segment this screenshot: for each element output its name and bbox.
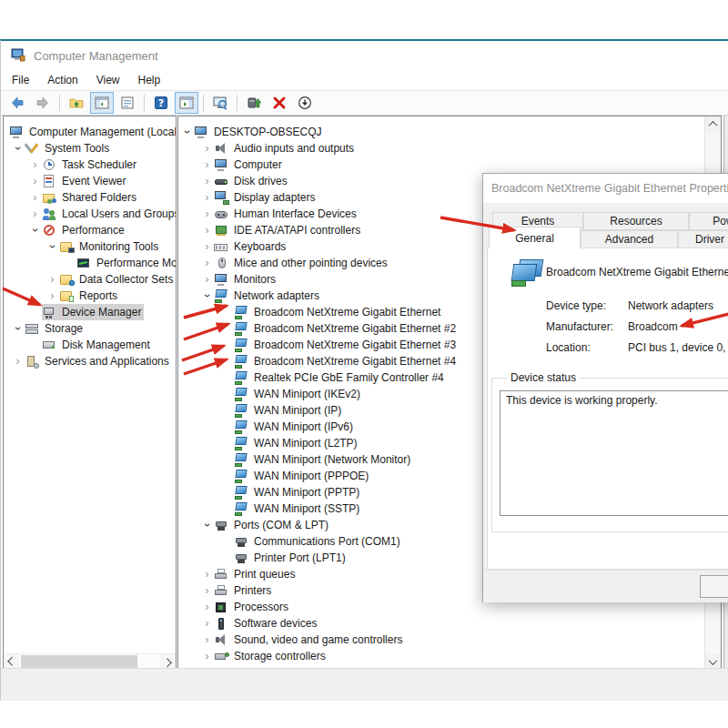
tree-item-content[interactable]: Software devices [214, 615, 319, 632]
chevron-right-icon[interactable]: › [200, 616, 214, 631]
tree-item-content[interactable]: Device Manager [42, 304, 144, 320]
scan-hardware-button[interactable] [208, 92, 232, 114]
tree-item-content[interactable]: Print queues [214, 566, 298, 582]
tree-item-content[interactable]: Communications Port (COM1) [234, 533, 403, 550]
tree-item-content[interactable]: Human Interface Devices [214, 206, 359, 222]
chevron-down-icon[interactable]: › [11, 142, 25, 156]
uninstall-device-button[interactable] [268, 92, 291, 114]
tree-item-label[interactable]: Storage [44, 322, 83, 335]
tree-item-content[interactable]: Ports (COM & LPT) [214, 517, 331, 533]
chevron-right-icon[interactable]: › [46, 288, 59, 303]
tree-item-label[interactable]: Realtek PCIe GbE Family Controller #4 [253, 371, 444, 384]
tab-power-management[interactable]: Power Management [689, 212, 728, 230]
tree-item-label[interactable]: Performance [61, 224, 125, 237]
tree-item[interactable]: ›Computer [178, 157, 721, 173]
tree-item[interactable]: ›Storage controllers [178, 648, 721, 664]
chevron-right-icon[interactable]: › [200, 272, 214, 287]
tree-item-content[interactable]: Services and Applications [25, 353, 172, 369]
chevron-down-icon[interactable]: › [28, 224, 43, 238]
tree-item-label[interactable]: Local Users and Groups [61, 207, 177, 220]
tree-item-content[interactable]: Event Viewer [42, 173, 128, 189]
tree-item-label[interactable]: Shared Folders [61, 191, 136, 204]
tree-item-label[interactable]: Disk drives [233, 175, 288, 187]
tree-item[interactable]: ›Reports [4, 288, 176, 304]
menu-file[interactable]: File [3, 72, 38, 88]
chevron-right-icon[interactable]: › [200, 239, 214, 254]
chevron-right-icon[interactable]: › [200, 190, 214, 205]
tree-item-content[interactable]: Audio inputs and outputs [214, 140, 357, 157]
tree-item-label[interactable]: WAN Miniport (IKEv2) [253, 388, 360, 400]
update-driver-button[interactable] [242, 92, 266, 114]
tree-item-content[interactable]: Data Collector Sets [59, 271, 176, 288]
tree-item-content[interactable]: Realtek PCIe GbE Family Controller #4 [234, 369, 447, 386]
tree-item-label[interactable]: Network adapters [233, 289, 319, 302]
tree-item-content[interactable]: Performance [42, 222, 127, 238]
tree-item-content[interactable]: WAN Miniport (SSTP) [234, 500, 362, 517]
tree-item[interactable]: ›Local Users and Groups [4, 206, 176, 222]
tree-item-label[interactable]: Broadcom NetXtreme Gigabit Ethernet [253, 306, 440, 318]
tree-item-label[interactable]: Mice and other pointing devices [233, 257, 388, 269]
tree-item-label[interactable]: Ports (COM & LPT) [233, 519, 329, 531]
tree-item-content[interactable]: Broadcom NetXtreme Gigabit Ethernet #3 [234, 337, 459, 353]
tree-item-label[interactable]: Computer [233, 158, 282, 171]
tree-item-content[interactable]: WAN Miniport (L2TP) [234, 435, 360, 451]
tree-item-content[interactable]: Processors [214, 599, 291, 615]
menu-help[interactable]: Help [129, 72, 170, 88]
tree-item-content[interactable]: WAN Miniport (IKEv2) [234, 386, 363, 402]
chevron-down-icon[interactable]: › [180, 126, 195, 139]
tree-item-label[interactable]: Broadcom NetXtreme Gigabit Ethernet #4 [253, 355, 456, 368]
tree-item[interactable]: Disk Management [4, 337, 176, 353]
tree-item[interactable]: Device Manager [4, 304, 176, 320]
chevron-right-icon[interactable]: › [200, 207, 214, 221]
tree-item-content[interactable]: Storage controllers [214, 648, 329, 664]
tree-item-label[interactable]: Printers [233, 584, 271, 597]
tree-item-content[interactable]: Local Users and Groups [42, 206, 177, 222]
tree-item-label[interactable]: WAN Miniport (Network Monitor) [253, 453, 410, 466]
tree-item-content[interactable]: Disk Management [42, 337, 153, 353]
properties-button[interactable] [116, 92, 139, 114]
tree-item-label[interactable]: Human Interface Devices [233, 207, 357, 220]
tab-resources[interactable]: Resources [583, 212, 689, 230]
chevron-right-icon[interactable]: › [28, 174, 42, 188]
tree-item-content[interactable]: IDE ATA/ATAPI controllers [214, 222, 363, 238]
tree-item[interactable]: ›Shared Folders [4, 189, 176, 206]
tree-item[interactable]: ›Services and Applications [4, 353, 176, 369]
tree-item-label[interactable]: WAN Miniport (PPPOE) [253, 470, 369, 482]
chevron-right-icon[interactable]: › [200, 174, 214, 188]
help-button[interactable]: ? [149, 92, 173, 114]
tree-item-label[interactable]: WAN Miniport (IPv6) [253, 420, 353, 433]
tree-item-content[interactable]: Mice and other pointing devices [214, 255, 390, 271]
tree-item-label[interactable]: WAN Miniport (IP) [253, 404, 341, 417]
tree-item-label[interactable]: Services and Applications [44, 355, 169, 368]
up-folder-button[interactable] [65, 92, 88, 114]
chevron-right-icon[interactable]: › [28, 207, 42, 221]
chevron-right-icon[interactable]: › [46, 272, 59, 287]
tree-item-label[interactable]: Task Scheduler [61, 158, 136, 171]
tree-item-content[interactable]: Broadcom NetXtreme Gigabit Ethernet [234, 304, 443, 320]
tree-item[interactable]: ›Audio inputs and outputs [178, 140, 721, 157]
chevron-right-icon[interactable]: › [200, 567, 214, 581]
tab-driver[interactable]: Driver [678, 230, 728, 248]
tab-advanced[interactable]: Advanced [581, 230, 678, 248]
tree-item-content[interactable]: WAN Miniport (PPTP) [234, 484, 362, 500]
chevron-right-icon[interactable]: › [200, 141, 214, 156]
tab-general[interactable]: General [489, 227, 581, 248]
tree-item[interactable]: ›System Tools [4, 140, 176, 157]
tree-item-content[interactable]: Network adapters [214, 288, 322, 304]
tree-item-content[interactable]: Storage [25, 320, 86, 337]
chevron-right-icon[interactable]: › [200, 157, 214, 172]
tree-item-label[interactable]: Print queues [233, 568, 295, 581]
tree-item-content[interactable]: Keyboards [214, 238, 288, 255]
chevron-down-icon[interactable]: › [200, 519, 215, 532]
tree-item-content[interactable]: Display adapters [214, 189, 318, 206]
tree-item-content[interactable]: WAN Miniport (IP) [234, 402, 344, 419]
chevron-right-icon[interactable]: › [28, 190, 42, 205]
tree-item-content[interactable]: Computer Management (Local [9, 124, 177, 140]
tree-item-label[interactable]: Broadcom NetXtreme Gigabit Ethernet #3 [253, 339, 456, 351]
tree-item[interactable]: ›Monitoring Tools [4, 238, 176, 255]
tree-item-label[interactable]: Reports [78, 289, 117, 302]
console-tree-button[interactable] [90, 92, 114, 114]
chevron-right-icon[interactable]: › [200, 223, 214, 238]
chevron-down-icon[interactable]: › [200, 289, 215, 303]
tree-item[interactable]: ›Task Scheduler [4, 157, 176, 173]
